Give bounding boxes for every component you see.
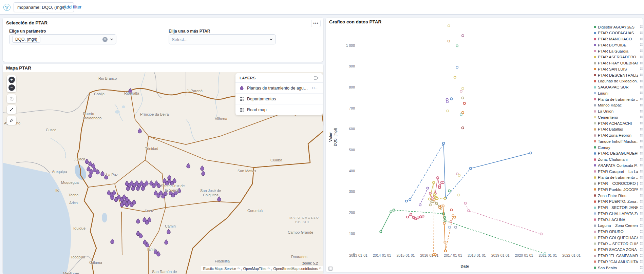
layer-row[interactable]: Road map [235,104,323,115]
legend-pin-icon[interactable] [640,164,643,167]
data-point[interactable] [442,205,444,207]
legend-item[interactable]: PTAR-LAGUNA [594,217,643,222]
legend-pin-icon[interactable] [640,92,643,95]
collapse-panel-icon[interactable] [314,76,319,80]
legend-item[interactable]: Cementerio [594,114,643,120]
ptar-marker-icon[interactable] [168,175,171,180]
data-point[interactable] [448,190,450,192]
data-point[interactable] [417,217,419,219]
ptar-marker-icon[interactable] [111,239,114,244]
param-selected-pill[interactable]: DQO, (mg/l) [12,36,40,43]
data-point[interactable] [455,226,457,228]
legend-pin-icon[interactable] [640,104,643,107]
panel-options-icon[interactable]: ••• [311,20,321,27]
map-canvas[interactable]: Rio BrancoCobijaRiberaltaJi-ParanáVilhen… [3,72,323,274]
data-point[interactable] [444,241,446,243]
legend-item[interactable]: PTAR MANCHACO [594,36,643,42]
data-point[interactable] [409,199,411,201]
data-point[interactable] [447,110,449,112]
legend-item[interactable]: PTAR "EL CAMPANARI... [594,253,643,259]
legend-item[interactable]: Lagunas de Oxidación... [594,78,643,84]
ptar-marker-icon[interactable] [117,195,120,199]
data-point[interactable] [429,204,431,206]
data-point[interactable] [433,181,435,183]
legend-item[interactable]: PTAR BOYUIBE [594,42,643,48]
data-point[interactable] [406,216,409,218]
data-point[interactable] [419,204,421,206]
data-point[interactable] [442,181,444,183]
legend-item[interactable]: PTAR CHALLAPATA Zo... [594,211,643,216]
legend-pin-icon[interactable] [640,200,643,203]
ptar-marker-icon[interactable] [173,178,176,183]
data-point[interactable] [460,90,462,92]
legend-item[interactable]: PTAR COLQUECHACA... [594,235,643,240]
legend-item[interactable]: La Union [594,109,643,114]
data-point[interactable] [434,254,436,256]
inspect-data-icon[interactable] [328,267,333,271]
legend-item[interactable]: SAGUAPAC SUR [594,84,643,90]
legend-pin-icon[interactable] [640,236,643,239]
data-point[interactable] [433,199,435,201]
data-point[interactable] [462,87,464,90]
data-point[interactable] [456,66,458,68]
legend-pin-icon[interactable] [640,74,643,77]
legend-pin-icon[interactable] [640,32,643,35]
legend-item[interactable]: PTAR - SECTOR JANK... [594,205,643,211]
data-point[interactable] [446,101,448,103]
data-point[interactable] [448,40,450,42]
data-point[interactable] [464,202,466,204]
data-point[interactable] [433,194,435,196]
legend-pin-icon[interactable] [640,260,643,263]
legend-item[interactable]: ARAPATA-Coripsata P... [594,162,643,168]
legend-pin-icon[interactable] [640,50,643,53]
set-initial-extent-button[interactable] [7,94,16,103]
ptar-marker-icon[interactable] [167,229,170,234]
legend-pin-icon[interactable] [640,230,643,233]
ptar-marker-icon[interactable] [136,231,140,236]
add-filter-button[interactable]: + Add filter [60,4,81,9]
data-point[interactable] [422,215,424,217]
data-point[interactable] [458,174,460,176]
legend-pin-icon[interactable] [640,43,643,46]
data-point[interactable] [435,202,437,204]
legend-pin-icon[interactable] [640,182,643,185]
map-tools-button[interactable] [7,116,16,125]
data-point[interactable] [462,112,464,114]
legend-pin-icon[interactable] [640,38,643,41]
legend-item[interactable]: Digestor AGUAYSES [594,24,643,30]
ptar-marker-icon[interactable] [138,129,141,133]
legend-pin-icon[interactable] [640,98,643,101]
ptar-marker-icon[interactable] [112,190,116,195]
legend-pin-icon[interactable] [640,248,643,251]
legend-pin-icon[interactable] [640,62,643,65]
ptar-marker-icon[interactable] [132,200,136,204]
ptar-marker-icon[interactable] [202,171,205,176]
ptar-marker-icon[interactable] [136,219,140,223]
data-point[interactable] [450,209,452,211]
data-point[interactable] [449,226,451,228]
legend-pin-icon[interactable] [640,242,643,245]
ptar-marker-icon[interactable] [148,217,151,222]
legend-item[interactable]: PTAR SACACA ZONA ... [594,247,643,253]
legend-pin-icon[interactable] [640,67,643,71]
ptar-marker-icon[interactable] [187,163,190,168]
legend-item[interactable]: PTAR – COROCORO (Z... [594,181,643,187]
ptar-marker-icon[interactable] [85,159,89,164]
legend-pin-icon[interactable] [640,254,643,257]
ptar-marker-icon[interactable] [145,181,148,185]
legend-pin-icon[interactable] [640,206,643,209]
data-point[interactable] [444,250,447,252]
legend-item[interactable]: Manco Kapac [594,102,643,108]
ptar-marker-icon[interactable] [154,191,157,195]
data-point[interactable] [448,25,450,27]
legend-item[interactable]: PTAR PUERTO: Zona ... [594,199,643,204]
legend-pin-icon[interactable] [640,170,643,173]
fit-to-data-button[interactable] [7,105,16,114]
data-point[interactable] [530,152,532,154]
legend-item[interactable]: PTAR Carapari – La La... [594,169,643,174]
data-point[interactable] [454,216,456,218]
legend-pin-icon[interactable] [640,134,643,137]
ptar-marker-icon[interactable] [87,167,90,171]
zoom-in-button[interactable]: + [8,77,15,83]
attribution-link[interactable]: OpenMapTiles [243,267,266,271]
